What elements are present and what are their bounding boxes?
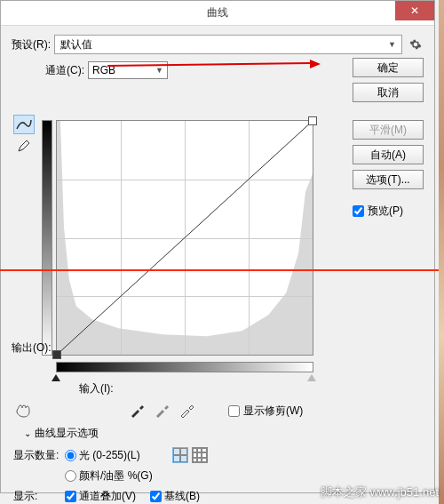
show-clipping-checkbox[interactable]: [228, 405, 240, 417]
preset-dropdown[interactable]: 默认值 ▼: [54, 35, 402, 54]
preset-label: 预设(R):: [12, 37, 51, 52]
gear-icon: [409, 38, 422, 51]
window-title: 曲线: [207, 5, 228, 20]
input-label: 输入(I):: [79, 381, 114, 396]
output-gradient: [42, 120, 52, 356]
curve-line: [57, 121, 313, 355]
channel-label: 通道(C):: [45, 63, 84, 78]
cancel-button[interactable]: 取消: [353, 83, 424, 102]
grid-coarse-icon[interactable]: [172, 447, 188, 463]
preview-label: 预览(P): [368, 204, 403, 219]
curve-tool-pencil[interactable]: [13, 136, 35, 156]
display-options-expander[interactable]: ⌄ 曲线显示选项: [24, 426, 99, 441]
watermark: 脚本之家 www.jb51.net: [321, 484, 439, 500]
grid-fine-icon[interactable]: [192, 447, 208, 463]
sampler-row: 显示修剪(W): [13, 403, 303, 419]
preset-row: 预设(R): 默认值 ▼: [12, 35, 424, 54]
svg-line-2: [57, 121, 313, 355]
amount-row2: 颜料/油墨 %(G): [65, 468, 214, 484]
channel-value: RGB: [92, 64, 115, 76]
titlebar: 曲线 ✕: [1, 1, 434, 26]
display-options: 显示数量: 光 (0-255)(L) 颜料/油墨 %(G) 显示: 通道叠加(V…: [13, 447, 214, 504]
amount-label: 显示数量:: [13, 448, 65, 463]
curve-point-highlight[interactable]: [308, 116, 317, 125]
eyedropper-gray-icon[interactable]: [154, 403, 170, 419]
show-label: 显示:: [13, 489, 65, 504]
amount-pigment[interactable]: 颜料/油墨 %(G): [65, 468, 153, 484]
show-baseline[interactable]: 基线(B): [150, 489, 200, 504]
eyedropper-white-icon[interactable]: [178, 403, 194, 419]
hand-sampler-icon[interactable]: [13, 403, 33, 419]
smooth-button[interactable]: 平滑(M): [353, 120, 424, 140]
eyedroppers: [129, 403, 194, 419]
close-button[interactable]: ✕: [395, 1, 434, 20]
curve-grid[interactable]: [56, 120, 313, 356]
curve-tools: [13, 115, 35, 156]
curve-icon: [16, 118, 32, 131]
black-slider[interactable]: [52, 374, 60, 381]
chevron-down-icon: ⌄: [24, 428, 31, 438]
amount-light[interactable]: 光 (0-255)(L): [65, 448, 140, 463]
curve-tool-point[interactable]: [13, 115, 35, 134]
ok-button[interactable]: 确定: [353, 58, 424, 77]
preset-menu-button[interactable]: [408, 36, 424, 52]
amount-row: 显示数量: 光 (0-255)(L): [13, 447, 214, 463]
dialog-body: 预设(R): 默认值 ▼ 确定 取消 平滑(M) 自动(A) 选项(T)... …: [1, 26, 434, 95]
preview-checkbox[interactable]: [353, 205, 364, 217]
pencil-icon: [17, 139, 31, 153]
left-area: 通道(C): RGB ▼: [12, 61, 340, 79]
white-slider[interactable]: [307, 374, 316, 381]
background-strip: [439, 0, 444, 504]
right-buttons: 确定 取消 平滑(M) 自动(A) 选项(T)... 预览(P): [353, 58, 424, 219]
input-gradient: [56, 362, 313, 372]
preview-row: 预览(P): [353, 204, 424, 219]
show-row1: 显示: 通道叠加(V) 基线(B): [13, 489, 214, 504]
options-button[interactable]: 选项(T)...: [353, 170, 424, 189]
curve-point-shadow[interactable]: [52, 350, 61, 359]
grid-size-icons: [172, 447, 208, 463]
show-clipping[interactable]: 显示修剪(W): [228, 404, 303, 419]
chevron-down-icon: ▼: [155, 66, 163, 75]
channel-dropdown[interactable]: RGB ▼: [88, 61, 168, 79]
curve-area: [56, 111, 322, 369]
auto-button[interactable]: 自动(A): [353, 145, 424, 164]
preset-value: 默认值: [60, 37, 92, 52]
output-label: 输出(O):: [12, 340, 52, 356]
chevron-down-icon: ▼: [388, 40, 396, 49]
channel-row: 通道(C): RGB ▼: [45, 61, 340, 79]
eyedropper-black-icon[interactable]: [129, 403, 145, 419]
show-overlay[interactable]: 通道叠加(V): [65, 489, 136, 504]
curves-dialog: 曲线 ✕ 预设(R): 默认值 ▼ 确定 取消 平滑(M) 自动(A) 选项(T…: [0, 0, 435, 493]
